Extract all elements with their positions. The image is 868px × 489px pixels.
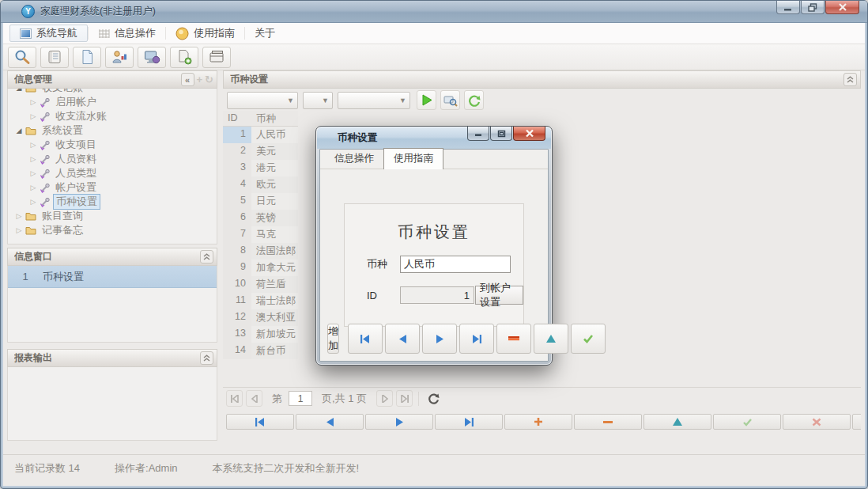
table-row[interactable]: 13新加坡元 — [223, 326, 298, 343]
collapsed-arrow-icon[interactable]: ▷ — [28, 198, 38, 206]
record-toolbar-delete-button[interactable] — [574, 414, 642, 430]
dialog-post-button[interactable] — [571, 324, 606, 354]
page-refresh-button[interactable] — [428, 392, 440, 404]
refresh-icon[interactable]: ↻ — [205, 74, 213, 85]
page-next-button[interactable] — [376, 390, 393, 407]
collapsed-arrow-icon[interactable]: ▷ — [28, 155, 38, 163]
dialog-next-button[interactable] — [422, 324, 457, 354]
inspect-button[interactable] — [440, 90, 460, 110]
collapse-report-output-button[interactable] — [200, 351, 213, 365]
folder-icon — [25, 126, 36, 135]
toolbar-button-journal-icon[interactable] — [40, 47, 69, 68]
dialog-delete-button[interactable] — [496, 324, 531, 354]
expanded-arrow-icon[interactable]: ◢ — [14, 89, 24, 92]
dialog-tab-使用指南[interactable]: 使用指南 — [383, 148, 443, 169]
record-toolbar-cancel-button[interactable] — [783, 414, 851, 430]
expanded-arrow-icon[interactable]: ◢ — [14, 127, 24, 135]
toolbar-button-drawer-icon[interactable] — [202, 47, 231, 68]
record-toolbar-prev-button[interactable] — [296, 414, 364, 430]
add-icon[interactable]: + — [197, 74, 203, 85]
toolbar-button-document-icon[interactable] — [73, 47, 101, 68]
dialog-tab-信息操作[interactable]: 信息操作 — [325, 149, 383, 169]
record-toolbar-partial-button[interactable] — [852, 414, 861, 430]
record-toolbar-first-button[interactable] — [226, 414, 294, 430]
tree-item-系统设置[interactable]: ◢系统设置 — [8, 123, 217, 138]
record-toolbar-next-button[interactable] — [365, 414, 433, 430]
filter-field-combo[interactable]: ▼ — [227, 92, 298, 109]
toolbar-button-doc-add-icon[interactable] — [170, 47, 198, 68]
collapsed-arrow-icon[interactable]: ▷ — [14, 212, 24, 220]
record-toolbar-insert-button[interactable] — [504, 414, 572, 430]
menu-item-信息操作[interactable]: 信息操作 — [89, 25, 165, 42]
table-row[interactable]: 8法国法郎 — [223, 243, 298, 260]
collapse-main-panel-button[interactable] — [843, 73, 857, 86]
table-row[interactable]: 4欧元 — [223, 176, 298, 193]
record-toolbar-edit-button[interactable] — [643, 414, 711, 430]
collapsed-arrow-icon[interactable]: ▷ — [14, 226, 24, 234]
page-last-button[interactable] — [396, 390, 413, 407]
collapsed-arrow-icon[interactable]: ▷ — [28, 184, 38, 191]
minimize-button[interactable] — [776, 1, 800, 14]
refresh-button[interactable] — [464, 90, 484, 110]
filter-value-combo[interactable]: ▼ — [338, 92, 410, 109]
table-row[interactable]: 5日元 — [223, 193, 298, 210]
restore-button[interactable] — [801, 1, 825, 14]
tree-item-币种设置[interactable]: ▷币种设置 — [8, 195, 217, 209]
page-number-input[interactable] — [289, 391, 312, 406]
tree-item-帐户设置[interactable]: ▷帐户设置 — [8, 180, 217, 195]
dialog-last-button[interactable] — [459, 324, 494, 354]
tree-item-启用帐户[interactable]: ▷启用帐户 — [8, 95, 217, 109]
operator-label: 操作者:Admin — [115, 461, 177, 486]
id-input[interactable] — [400, 286, 474, 304]
table-row[interactable]: 6英镑 — [223, 210, 298, 226]
pg-next — [381, 395, 389, 403]
table-row[interactable]: 14新台币 — [223, 343, 298, 359]
currency-input[interactable] — [400, 256, 511, 273]
table-row[interactable]: 12澳大利亚 — [223, 309, 298, 326]
table-row[interactable]: 7马克 — [223, 226, 298, 243]
toolbar-button-search-icon[interactable] — [8, 47, 36, 68]
menu-item-使用指南[interactable]: 使用指南 — [166, 25, 244, 42]
column-header-currency[interactable]: 币种 — [251, 111, 298, 126]
collapse-info-window-button[interactable] — [200, 250, 213, 263]
tree-item-记事备忘[interactable]: ▷记事备忘 — [8, 223, 217, 237]
filter-operator-combo[interactable]: ▼ — [303, 92, 333, 109]
collapse-sidebar-button[interactable]: « — [181, 73, 194, 86]
close-button[interactable] — [825, 1, 859, 14]
goto-account-settings-button[interactable]: 到帐户设置 — [475, 286, 523, 305]
info-window-row[interactable]: 1币种设置 — [8, 266, 217, 288]
table-row[interactable]: 9加拿大元 — [223, 260, 298, 276]
table-row[interactable]: 3港元 — [223, 160, 298, 176]
table-row[interactable]: 10荷兰盾 — [223, 276, 298, 293]
record-toolbar-post-button[interactable] — [713, 414, 781, 430]
column-header-id[interactable]: ID — [223, 111, 251, 126]
dialog-close-button[interactable] — [513, 127, 545, 141]
tree-item-账目查询[interactable]: ▷账目查询 — [8, 209, 217, 223]
table-row[interactable]: 2美元 — [223, 143, 298, 160]
tree-item-人员资料[interactable]: ▷人员资料 — [8, 152, 217, 166]
table-row[interactable]: 1人民币 — [223, 127, 298, 143]
dialog-prev-button[interactable] — [385, 324, 420, 354]
tree-item-收支项目[interactable]: ▷收支项目 — [8, 138, 217, 152]
collapsed-arrow-icon[interactable]: ▷ — [28, 98, 38, 106]
dialog-edit-button[interactable] — [534, 324, 568, 354]
collapsed-arrow-icon[interactable]: ▷ — [28, 112, 38, 120]
dialog-minimize-button[interactable] — [467, 127, 489, 141]
tree-item-收支记账[interactable]: ◢收支记账 — [8, 89, 217, 95]
collapsed-arrow-icon[interactable]: ▷ — [28, 141, 38, 149]
menu-item-系统导航[interactable]: 系统导航 — [9, 25, 88, 42]
dialog-restore-button[interactable] — [490, 127, 512, 141]
record-toolbar-last-button[interactable] — [435, 414, 503, 430]
run-filter-button[interactable] — [417, 90, 436, 110]
tree-item-收支流水账[interactable]: ▷收支流水账 — [8, 109, 217, 123]
page-first-button[interactable] — [226, 390, 243, 407]
menu-item-关于[interactable]: 关于 — [245, 25, 285, 42]
toolbar-button-user-report-icon[interactable] — [105, 47, 134, 68]
add-record-button[interactable]: 增加 — [327, 324, 339, 354]
tree-item-人员类型[interactable]: ▷人员类型 — [8, 166, 217, 180]
collapsed-arrow-icon[interactable]: ▷ — [28, 169, 38, 177]
table-row[interactable]: 11瑞士法郎 — [223, 293, 298, 309]
page-prev-button[interactable] — [246, 390, 262, 407]
dialog-first-button[interactable] — [348, 324, 383, 354]
toolbar-button-monitor-icon[interactable] — [138, 47, 166, 68]
